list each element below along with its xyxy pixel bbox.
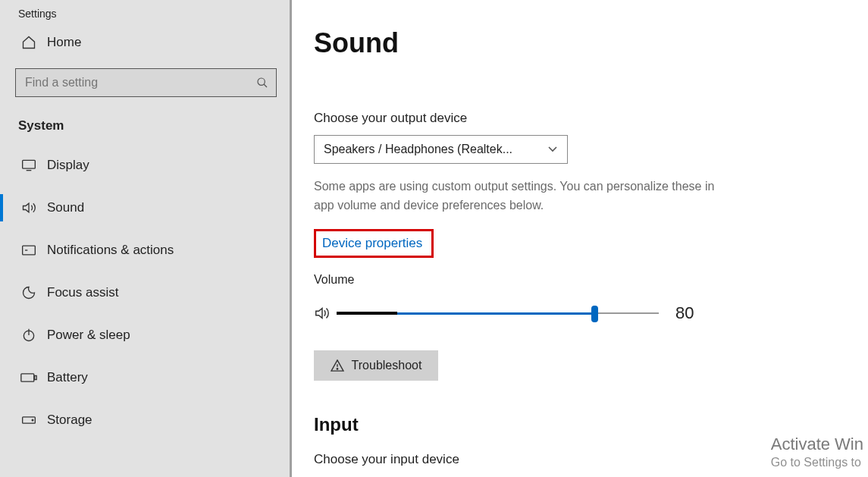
- sidebar-item-label: Display: [47, 158, 89, 173]
- sidebar-item-label: Battery: [47, 370, 88, 385]
- sidebar-item-display[interactable]: Display: [0, 144, 290, 187]
- battery-icon: [18, 372, 39, 383]
- sidebar-item-storage[interactable]: Storage: [0, 399, 290, 441]
- device-properties-link[interactable]: Device properties: [322, 236, 422, 250]
- svg-rect-5: [35, 375, 37, 379]
- sidebar-item-power-sleep[interactable]: Power & sleep: [0, 314, 290, 356]
- storage-icon: [18, 414, 39, 426]
- search-input[interactable]: [16, 76, 249, 89]
- dropdown-value: Speakers / Headphones (Realtek...: [324, 143, 512, 156]
- input-heading: Input: [314, 414, 868, 435]
- category-label: System: [0, 97, 290, 144]
- volume-label: Volume: [314, 273, 868, 287]
- device-properties-highlight: Device properties: [314, 229, 434, 258]
- home-icon: [18, 35, 39, 50]
- troubleshoot-button[interactable]: Troubleshoot: [314, 350, 438, 381]
- page-title: Sound: [314, 27, 868, 59]
- chevron-down-icon: [547, 146, 558, 153]
- sidebar-item-sound[interactable]: Sound: [0, 187, 290, 229]
- sidebar-item-label: Focus assist: [47, 285, 118, 300]
- slider-accent: [337, 312, 397, 315]
- watermark-subtitle: Go to Settings to: [771, 455, 863, 471]
- watermark-title: Activate Win: [771, 434, 863, 456]
- main-content: Sound Choose your output device Speakers…: [294, 0, 868, 477]
- display-icon: [18, 158, 39, 172]
- svg-rect-1: [23, 160, 36, 168]
- slider-thumb[interactable]: [591, 306, 598, 322]
- sidebar-item-label: Power & sleep: [47, 328, 130, 343]
- svg-point-7: [32, 419, 33, 421]
- focus-assist-icon: [18, 285, 39, 300]
- sidebar-item-focus-assist[interactable]: Focus assist: [0, 271, 290, 314]
- svg-point-8: [337, 368, 337, 369]
- volume-row: 80: [314, 303, 868, 323]
- sound-icon: [18, 201, 39, 215]
- output-hint-text: Some apps are using custom output settin…: [314, 177, 723, 215]
- sidebar-item-notifications[interactable]: Notifications & actions: [0, 229, 290, 271]
- speaker-icon: [314, 306, 331, 321]
- sidebar-item-label: Notifications & actions: [47, 243, 174, 258]
- app-title: Settings: [0, 0, 290, 20]
- sidebar-item-label: Sound: [47, 200, 84, 215]
- volume-slider[interactable]: [337, 304, 659, 322]
- home-label: Home: [47, 35, 81, 50]
- output-device-label: Choose your output device: [314, 111, 868, 126]
- troubleshoot-label: Troubleshoot: [352, 359, 422, 372]
- svg-rect-4: [21, 374, 34, 381]
- sidebar-item-label: Storage: [47, 413, 92, 428]
- sidebar-item-battery[interactable]: Battery: [0, 356, 290, 399]
- search-icon: [249, 77, 276, 89]
- svg-rect-2: [23, 246, 36, 255]
- power-icon: [18, 328, 39, 343]
- svg-point-0: [258, 78, 265, 85]
- volume-value: 80: [675, 303, 694, 323]
- warning-icon: [331, 359, 344, 372]
- activation-watermark: Activate Win Go to Settings to: [771, 434, 863, 471]
- output-device-dropdown[interactable]: Speakers / Headphones (Realtek...: [314, 135, 568, 164]
- sidebar: Settings Home System Display: [0, 0, 292, 477]
- notifications-icon: [18, 243, 39, 257]
- home-button[interactable]: Home: [0, 20, 290, 62]
- search-input-wrapper[interactable]: [15, 68, 277, 97]
